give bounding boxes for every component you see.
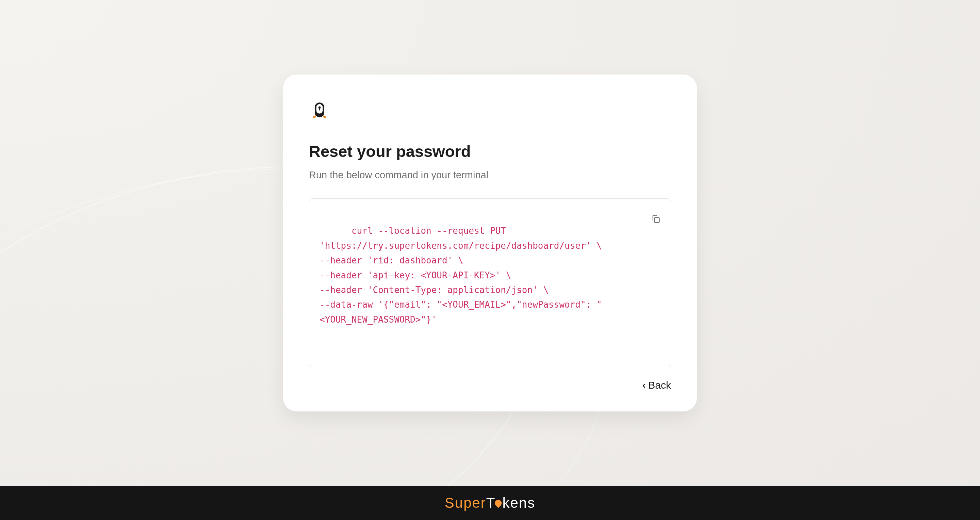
footer-brand-prefix: Super — [445, 495, 486, 511]
svg-rect-3 — [319, 108, 320, 111]
reset-password-card: Reset your password Run the below comman… — [283, 75, 697, 412]
footer-brand-suffix: kens — [503, 495, 536, 511]
main-container: Reset your password Run the below comman… — [0, 0, 980, 486]
footer: SuperTkens — [0, 486, 980, 520]
card-title: Reset your password — [309, 142, 671, 161]
back-button[interactable]: ‹ Back — [643, 380, 671, 391]
terminal-command-text: curl --location --request PUT 'https://t… — [320, 226, 602, 324]
back-row: ‹ Back — [309, 380, 671, 391]
back-label: Back — [648, 380, 671, 391]
copy-icon — [651, 214, 660, 224]
terminal-command-block: curl --location --request PUT 'https://t… — [309, 199, 671, 367]
chevron-left-icon: ‹ — [643, 380, 646, 391]
svg-rect-4 — [655, 218, 659, 222]
card-subtitle: Run the below command in your terminal — [309, 170, 671, 181]
footer-brand-t: T — [486, 495, 496, 511]
copy-button[interactable] — [639, 207, 662, 232]
footer-brand-logo: SuperTkens — [445, 495, 535, 511]
supertokens-logo-icon — [309, 100, 671, 123]
